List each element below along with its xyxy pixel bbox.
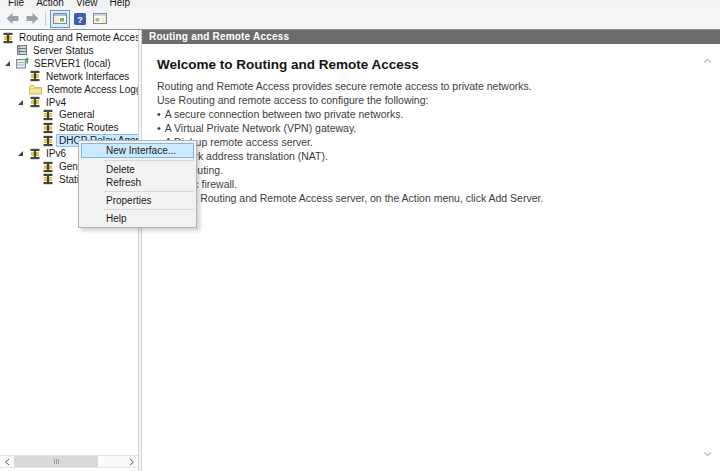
svg-text:?: ? bbox=[77, 14, 83, 24]
tree-item-label[interactable]: SERVER1 (local) bbox=[31, 57, 114, 70]
tree-item-label[interactable]: General bbox=[56, 108, 98, 121]
bullet-item: •Network address translation (NAT). bbox=[157, 149, 702, 163]
details-pane-title: Routing and Remote Access bbox=[142, 30, 720, 44]
expand-collapse-icon[interactable] bbox=[18, 100, 23, 105]
context-menu-item-refresh[interactable]: Refresh bbox=[81, 176, 194, 189]
scroll-down-icon[interactable] bbox=[703, 443, 712, 461]
context-menu-item-properties[interactable]: Properties bbox=[81, 194, 194, 207]
tree-item-label[interactable]: Static Routes bbox=[56, 121, 121, 134]
details-pane: Routing and Remote Access Welcome to Rou… bbox=[142, 30, 720, 471]
server-status-icon bbox=[16, 44, 28, 56]
help-icon: ? bbox=[74, 13, 86, 25]
action-pane-icon bbox=[93, 13, 107, 24]
tree-item-network-interfaces[interactable]: Network Interfaces bbox=[0, 70, 138, 83]
tree-item-server-status[interactable]: Server Status bbox=[0, 44, 138, 57]
scroll-left-icon[interactable] bbox=[0, 456, 13, 467]
interface-icon bbox=[29, 70, 41, 82]
context-menu-separator bbox=[104, 209, 194, 210]
context-menu: New Interface...DeleteRefreshPropertiesH… bbox=[78, 140, 197, 228]
interface-icon bbox=[29, 148, 41, 160]
rras-console-window: FileActionViewHelp ? Routing and Remote … bbox=[0, 0, 720, 471]
tree-horizontal-scrollbar[interactable] bbox=[0, 455, 138, 468]
expand-collapse-icon[interactable] bbox=[5, 61, 10, 66]
tree-item-static-routes[interactable]: Static Routes bbox=[0, 121, 138, 134]
scrollbar-thumb[interactable] bbox=[14, 456, 98, 467]
interface-icon bbox=[29, 96, 41, 108]
bullet-item: •A basic firewall. bbox=[157, 177, 702, 191]
welcome-content: Welcome to Routing and Remote Access Rou… bbox=[142, 44, 720, 205]
bullet-item: •A Virtual Private Network (VPN) gateway… bbox=[157, 121, 702, 135]
interface-icon bbox=[42, 161, 54, 173]
interface-icon bbox=[42, 122, 54, 134]
scroll-up-icon[interactable] bbox=[703, 50, 712, 68]
bullet-text: A secure connection between two private … bbox=[165, 108, 404, 120]
tree-item-routing-and-remote-access[interactable]: Routing and Remote Access bbox=[0, 31, 138, 44]
interface-icon bbox=[42, 173, 54, 185]
console-tree-pane[interactable]: Routing and Remote AccessServer StatusSE… bbox=[0, 30, 138, 471]
toolbar-separator bbox=[45, 11, 46, 26]
tree-item-label[interactable]: Network Interfaces bbox=[43, 70, 132, 83]
intro-text: Use Routing and remote access to configu… bbox=[157, 93, 702, 107]
tree-item-server1-local[interactable]: SERVER1 (local) bbox=[0, 57, 138, 70]
folder-icon bbox=[29, 84, 42, 95]
footer-instruction: To add a Routing and Remote Access serve… bbox=[157, 191, 702, 205]
tree-item-label[interactable]: Routing and Remote Access bbox=[16, 31, 138, 44]
expand-collapse-icon[interactable] bbox=[18, 151, 23, 156]
menu-help[interactable]: Help bbox=[103, 0, 136, 8]
tree-item-general[interactable]: General bbox=[0, 108, 138, 121]
back-button[interactable] bbox=[2, 10, 22, 28]
bullet-item: •A secure connection between two private… bbox=[157, 107, 702, 121]
tree-item-remote-access-logging[interactable]: Remote Access Logging bbox=[0, 83, 138, 96]
tree-item-label[interactable]: Server Status bbox=[30, 44, 97, 57]
context-menu-item-delete[interactable]: Delete bbox=[81, 163, 194, 176]
bullet-icon: • bbox=[157, 108, 161, 120]
rras-root-icon bbox=[2, 32, 14, 44]
menu-bar: FileActionViewHelp bbox=[0, 0, 720, 8]
menu-action[interactable]: Action bbox=[30, 0, 70, 8]
forward-arrow-icon bbox=[26, 13, 39, 24]
intro-text: Routing and Remote Access provides secur… bbox=[157, 79, 702, 93]
context-menu-separator bbox=[104, 160, 194, 161]
tree-item-label[interactable]: Remote Access Logging bbox=[44, 83, 138, 96]
bullet-icon: • bbox=[157, 122, 161, 134]
show-hide-console-tree-button[interactable] bbox=[50, 10, 70, 28]
interface-icon bbox=[42, 135, 54, 147]
menu-view[interactable]: View bbox=[70, 0, 104, 8]
bullet-item: •LAN routing. bbox=[157, 163, 702, 177]
context-menu-item-help[interactable]: Help bbox=[81, 212, 194, 225]
help-button[interactable]: ? bbox=[70, 10, 90, 28]
welcome-title: Welcome to Routing and Remote Access bbox=[157, 57, 702, 73]
toolbar: ? bbox=[0, 8, 720, 30]
context-menu-separator bbox=[104, 191, 194, 192]
tree-item-label[interactable]: IPv4 bbox=[43, 96, 69, 109]
menu-file[interactable]: File bbox=[2, 0, 30, 8]
bullet-text: A Virtual Private Network (VPN) gateway. bbox=[165, 122, 357, 134]
tree-item-ipv4[interactable]: IPv4 bbox=[0, 96, 138, 109]
interface-icon bbox=[42, 109, 54, 121]
tree-item-label[interactable]: IPv6 bbox=[43, 147, 69, 160]
show-hide-action-pane-button[interactable] bbox=[90, 10, 110, 28]
scroll-right-icon[interactable] bbox=[125, 456, 138, 467]
bullet-item: •A Dial-up remote access server. bbox=[157, 135, 702, 149]
back-arrow-icon bbox=[6, 13, 19, 24]
server-up-icon bbox=[16, 57, 29, 69]
console-tree: Routing and Remote AccessServer StatusSE… bbox=[0, 30, 138, 455]
feature-bullet-list: •A secure connection between two private… bbox=[157, 107, 702, 191]
forward-button[interactable] bbox=[22, 10, 42, 28]
console-tree-icon bbox=[53, 13, 67, 24]
context-menu-item-new-interface[interactable]: New Interface... bbox=[81, 143, 194, 158]
